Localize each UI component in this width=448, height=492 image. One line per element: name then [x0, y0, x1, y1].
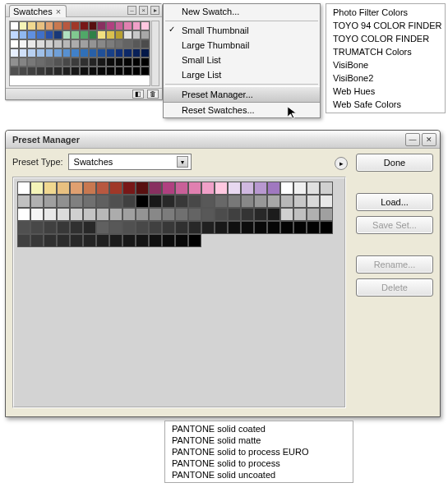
swatch-cell[interactable] [97, 30, 106, 39]
swatch-cell[interactable] [241, 208, 254, 221]
swatch-cell[interactable] [141, 21, 150, 30]
swatch-cell[interactable] [83, 208, 96, 221]
swatch-cell[interactable] [30, 234, 44, 247]
swatch-cell[interactable] [106, 39, 115, 48]
minimize-button[interactable]: — [405, 133, 420, 146]
swatch-cell[interactable] [175, 208, 188, 221]
delete-swatch-icon[interactable]: 🗑 [147, 90, 159, 99]
swatch-cell[interactable] [97, 21, 106, 30]
swatch-cell[interactable] [17, 234, 30, 247]
swatch-cell[interactable] [122, 182, 136, 195]
menu-item-reset-swatches[interactable]: Reset Swatches... [164, 103, 320, 117]
list-item[interactable]: Web Hues [326, 85, 445, 98]
menu-item-small-list[interactable]: Small List [164, 53, 320, 67]
done-button[interactable]: Done [356, 154, 433, 172]
swatch-cell[interactable] [27, 30, 36, 39]
swatch-cell[interactable] [36, 30, 45, 39]
menu-item-large-list[interactable]: Large List [164, 67, 320, 82]
swatch-cell[interactable] [44, 221, 57, 234]
swatch-cell[interactable] [280, 195, 293, 208]
list-item[interactable]: TRUMATCH Colors [326, 45, 445, 58]
swatches-tab[interactable]: Swatches× [9, 5, 67, 17]
swatch-cell[interactable] [89, 67, 98, 76]
swatch-cell[interactable] [83, 234, 96, 247]
swatch-cell[interactable] [320, 221, 333, 234]
swatch-cell[interactable] [70, 195, 83, 208]
swatch-cell[interactable] [123, 39, 132, 48]
swatch-cell[interactable] [96, 195, 109, 208]
swatch-cell[interactable] [19, 30, 28, 39]
swatch-cell[interactable] [27, 21, 36, 30]
swatch-cell[interactable] [80, 57, 89, 67]
swatch-cell[interactable] [27, 39, 36, 48]
swatch-cell[interactable] [89, 39, 98, 48]
swatch-cell[interactable] [62, 57, 72, 67]
swatch-cell[interactable] [141, 67, 150, 76]
swatch-cell[interactable] [45, 21, 54, 30]
swatch-cell[interactable] [30, 221, 44, 234]
swatch-cell[interactable] [80, 39, 89, 48]
swatch-cell[interactable] [17, 195, 30, 208]
swatch-cell[interactable] [44, 234, 57, 247]
swatch-cell[interactable] [254, 182, 267, 195]
swatch-cell[interactable] [44, 195, 57, 208]
swatch-cell[interactable] [36, 57, 45, 67]
swatch-cell[interactable] [136, 208, 149, 221]
swatch-cell[interactable] [53, 67, 62, 76]
swatch-cell[interactable] [19, 48, 28, 57]
swatch-cell[interactable] [215, 208, 228, 221]
swatch-cell[interactable] [109, 234, 122, 247]
swatch-cell[interactable] [201, 182, 215, 195]
swatch-cell[interactable] [136, 182, 149, 195]
list-item[interactable]: PANTONE solid to process EURO [165, 446, 353, 458]
swatch-cell[interactable] [44, 208, 57, 221]
swatch-cell[interactable] [97, 57, 106, 67]
swatch-cell[interactable] [228, 208, 241, 221]
swatch-cell[interactable] [71, 57, 80, 67]
preset-swatch-grid[interactable] [17, 182, 333, 247]
list-item[interactable]: PANTONE solid uncoated [165, 469, 353, 481]
swatch-cell[interactable] [115, 67, 124, 76]
swatch-cell[interactable] [307, 182, 320, 195]
swatch-cell[interactable] [89, 57, 98, 67]
swatch-cell[interactable] [228, 182, 241, 195]
menu-item-large-thumbnail[interactable]: Large Thumbnail [164, 38, 320, 53]
swatch-cell[interactable] [10, 30, 19, 39]
swatch-cell[interactable] [123, 67, 132, 76]
swatch-cell[interactable] [280, 221, 293, 234]
list-item[interactable]: PANTONE solid coated [165, 423, 353, 435]
swatch-cell[interactable] [96, 234, 109, 247]
swatch-cell[interactable] [10, 21, 19, 30]
close-icon[interactable]: × [56, 7, 61, 16]
swatch-cell[interactable] [175, 221, 188, 234]
swatch-cell[interactable] [132, 21, 141, 30]
swatch-cell[interactable] [162, 221, 175, 234]
swatch-cell[interactable] [241, 195, 254, 208]
swatch-cell[interactable] [320, 182, 333, 195]
swatch-cell[interactable] [57, 221, 70, 234]
swatch-cell[interactable] [106, 57, 115, 67]
swatch-cell[interactable] [122, 234, 136, 247]
swatch-cell[interactable] [254, 195, 267, 208]
swatch-cell[interactable] [188, 234, 201, 247]
scrollbar[interactable] [151, 21, 159, 86]
swatch-cell[interactable] [149, 234, 162, 247]
swatch-cell[interactable] [280, 182, 293, 195]
swatch-cell[interactable] [123, 30, 132, 39]
swatch-cell[interactable] [30, 195, 44, 208]
swatch-cell[interactable] [96, 221, 109, 234]
swatch-cell[interactable] [70, 221, 83, 234]
menu-item-small-thumbnail[interactable]: Small Thumbnail [164, 23, 320, 38]
swatch-cell[interactable] [80, 21, 89, 30]
swatch-cell[interactable] [175, 234, 188, 247]
swatch-cell[interactable] [201, 221, 215, 234]
swatch-cell[interactable] [215, 195, 228, 208]
swatch-cell[interactable] [162, 195, 175, 208]
swatch-cell[interactable] [10, 39, 19, 48]
swatch-cell[interactable] [293, 208, 307, 221]
swatch-cell[interactable] [188, 208, 201, 221]
swatch-cell[interactable] [83, 195, 96, 208]
swatch-cell[interactable] [71, 30, 80, 39]
swatch-cell[interactable] [57, 234, 70, 247]
delete-button[interactable]: Delete [356, 278, 433, 297]
